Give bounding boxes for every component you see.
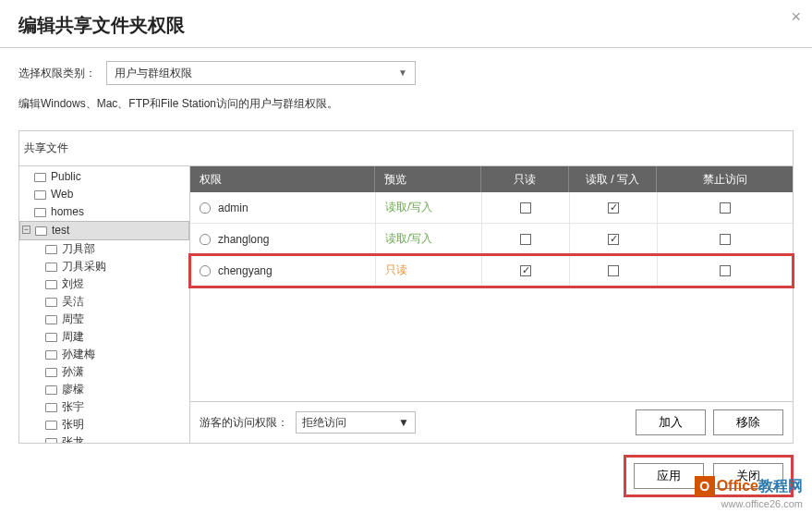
cell-preview: 读取/写入 bbox=[375, 192, 481, 223]
tree-item[interactable]: 吴洁 bbox=[19, 293, 189, 311]
table-body: admin读取/写入✓zhanglong读取/写入✓chengyang只读✓ bbox=[190, 192, 793, 401]
folder-icon bbox=[35, 226, 47, 236]
tree-item-label: 廖檬 bbox=[62, 383, 84, 397]
remove-button[interactable]: 移除 bbox=[713, 409, 783, 435]
cell-readwrite: ✓ bbox=[569, 224, 657, 254]
apply-button[interactable]: 应用 bbox=[634, 463, 704, 489]
preview-text: 只读 bbox=[385, 263, 407, 278]
readwrite-checkbox[interactable] bbox=[608, 265, 619, 276]
readonly-checkbox[interactable]: ✓ bbox=[520, 265, 531, 276]
tree-item[interactable]: Public bbox=[19, 168, 189, 186]
tree-item-label: 吴洁 bbox=[62, 295, 84, 309]
cell-deny bbox=[657, 255, 793, 286]
deny-checkbox[interactable] bbox=[720, 265, 731, 276]
tree-item-label: 张宇 bbox=[62, 400, 84, 414]
folder-icon bbox=[34, 173, 46, 182]
close-icon[interactable]: × bbox=[791, 7, 801, 27]
tree-item[interactable]: homes bbox=[19, 203, 189, 221]
cell-preview: 读取/写入 bbox=[375, 224, 481, 254]
tree-item-label: 周莹 bbox=[62, 312, 84, 326]
folder-icon bbox=[45, 333, 57, 342]
tree-item-label: 孙潇 bbox=[62, 365, 84, 379]
bottom-bar: 游客的访问权限： 拒绝访问 ▼ 加入 移除 bbox=[190, 401, 793, 443]
tree-item[interactable]: −test bbox=[19, 221, 189, 240]
tree-item[interactable]: Web bbox=[19, 186, 189, 203]
header-perm[interactable]: 权限 bbox=[190, 166, 375, 192]
folder-icon bbox=[45, 403, 57, 412]
tree-item-label: 张龙 bbox=[62, 435, 84, 443]
category-row: 选择权限类别： 用户与群组权限 ▼ bbox=[0, 48, 812, 91]
preview-text: 读取/写入 bbox=[385, 231, 432, 247]
chevron-down-icon: ▼ bbox=[398, 412, 409, 433]
user-icon bbox=[200, 202, 211, 214]
tree-item-label: 刀具采购 bbox=[62, 260, 106, 274]
deny-checkbox[interactable] bbox=[720, 202, 731, 214]
user-name: chengyang bbox=[218, 264, 273, 277]
folder-icon bbox=[45, 280, 57, 289]
table-row[interactable]: admin读取/写入✓ bbox=[190, 192, 793, 224]
folder-icon bbox=[45, 298, 57, 307]
tree-item[interactable]: 张宇 bbox=[19, 398, 189, 416]
expand-icon[interactable]: − bbox=[22, 226, 30, 234]
folder-icon bbox=[34, 190, 46, 200]
folder-icon bbox=[45, 315, 57, 324]
hint-text: 编辑Windows、Mac、FTP和File Station访问的用户与群组权限… bbox=[0, 91, 812, 121]
tree-item-label: Web bbox=[51, 188, 73, 202]
header-readwrite[interactable]: 读取 / 写入 bbox=[569, 166, 657, 192]
panel-header: 共享文件 bbox=[19, 131, 793, 165]
cell-preview: 只读 bbox=[375, 255, 481, 286]
cell-user: admin bbox=[190, 192, 375, 223]
guest-label: 游客的访问权限： bbox=[200, 415, 288, 431]
user-icon bbox=[200, 234, 211, 245]
folder-icon bbox=[45, 263, 57, 272]
folder-icon bbox=[34, 208, 46, 217]
readwrite-checkbox[interactable]: ✓ bbox=[608, 202, 619, 214]
cell-deny bbox=[657, 192, 793, 223]
folder-tree[interactable]: PublicWebhomes−test刀具部刀具采购刘煜吴洁周莹周建孙建梅孙潇廖… bbox=[19, 165, 189, 443]
table-header: 权限 预览 只读 读取 / 写入 禁止访问 bbox=[190, 166, 793, 192]
tree-item-label: 刀具部 bbox=[62, 242, 95, 256]
tree-item[interactable]: 刀具采购 bbox=[19, 258, 189, 275]
readwrite-checkbox[interactable]: ✓ bbox=[608, 234, 619, 245]
preview-text: 读取/写入 bbox=[385, 200, 432, 215]
deny-checkbox[interactable] bbox=[720, 234, 731, 245]
header-deny[interactable]: 禁止访问 bbox=[657, 166, 793, 192]
folder-icon bbox=[45, 385, 57, 395]
table-row[interactable]: chengyang只读✓ bbox=[190, 255, 793, 287]
cell-deny bbox=[657, 224, 793, 254]
folder-icon bbox=[45, 421, 57, 430]
header-preview[interactable]: 预览 bbox=[375, 166, 481, 192]
tree-item[interactable]: 刀具部 bbox=[19, 240, 189, 258]
permission-panel: 权限 预览 只读 读取 / 写入 禁止访问 admin读取/写入✓zhanglo… bbox=[189, 165, 793, 443]
tree-item[interactable]: 张龙 bbox=[19, 434, 189, 443]
folder-icon bbox=[45, 368, 57, 377]
table-row[interactable]: zhanglong读取/写入✓ bbox=[190, 224, 793, 255]
add-button[interactable]: 加入 bbox=[636, 409, 706, 435]
tree-item-label: 刘煜 bbox=[62, 277, 84, 291]
category-label: 选择权限类别： bbox=[18, 66, 106, 81]
tree-item[interactable]: 刘煜 bbox=[19, 275, 189, 293]
tree-item-label: homes bbox=[51, 205, 84, 219]
tree-item[interactable]: 孙建梅 bbox=[19, 346, 189, 363]
user-icon bbox=[200, 265, 211, 276]
readonly-checkbox[interactable] bbox=[520, 202, 531, 214]
category-value: 用户与群组权限 bbox=[115, 62, 192, 84]
footer-highlight: 应用 关闭 bbox=[624, 455, 794, 497]
cell-readwrite bbox=[569, 255, 657, 286]
tree-item[interactable]: 周建 bbox=[19, 328, 189, 346]
guest-access-select[interactable]: 拒绝访问 ▼ bbox=[296, 411, 416, 434]
header-readonly[interactable]: 只读 bbox=[481, 166, 569, 192]
tree-item[interactable]: 张明 bbox=[19, 416, 189, 434]
user-name: zhanglong bbox=[218, 233, 269, 246]
main-panel: 共享文件 PublicWebhomes−test刀具部刀具采购刘煜吴洁周莹周建孙… bbox=[18, 130, 794, 444]
tree-item-label: 周建 bbox=[62, 330, 84, 344]
tree-item[interactable]: 廖檬 bbox=[19, 381, 189, 398]
dialog-footer: 应用 关闭 bbox=[0, 444, 812, 508]
tree-item-label: Public bbox=[51, 170, 81, 184]
tree-item[interactable]: 周莹 bbox=[19, 311, 189, 328]
category-select[interactable]: 用户与群组权限 ▼ bbox=[106, 61, 416, 85]
close-button[interactable]: 关闭 bbox=[713, 463, 783, 489]
cell-user: chengyang bbox=[190, 255, 375, 286]
tree-item[interactable]: 孙潇 bbox=[19, 363, 189, 381]
readonly-checkbox[interactable] bbox=[520, 234, 531, 245]
